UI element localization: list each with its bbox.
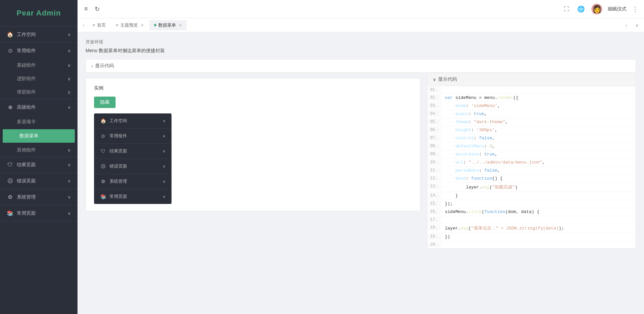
mini-menu-preview: 🏠 工作空间 ∨ ⊙ 常用组件 ∨ 🛡 结果页面 ∨ [94, 113, 172, 204]
sidebar-item-datamenu[interactable]: 数据菜单 [3, 129, 75, 143]
sidebar-item-advanced[interactable]: ⊕ 高级组件 ∧ [0, 99, 78, 115]
chevron-common: ∧ [68, 48, 71, 53]
sidebar-label-result: 结果页面 [17, 162, 36, 168]
topbar-right: ⛶ 🌐 👩 就眠仪式 ⋮ [562, 4, 639, 14]
code-line-6: 06. height: '300px', [427, 126, 636, 134]
sidebar-item-error[interactable]: ☹ 错误页面 ∨ [0, 173, 78, 189]
username-label: 就眠仪式 [608, 6, 626, 12]
mini-label-result: 结果页面 [110, 148, 127, 154]
sidebar-item-multitab[interactable]: 多选项卡 [0, 115, 78, 129]
tab-home[interactable]: 首页 [88, 20, 111, 30]
tab-dot-home [93, 24, 95, 26]
chevron-other: ∨ [67, 147, 71, 153]
code-line-12: 12. done: function() { [427, 175, 636, 183]
code-line-18: 18. layer.msg("菜单点击：" + JSON.stringify(d… [427, 224, 636, 233]
sidebar-label-sysadmin: 系统管理 [17, 194, 36, 200]
code-line-7: 07. control: false, [427, 134, 636, 142]
sidebar-item-advanced-comp[interactable]: 进阶组件 ∨ [0, 72, 78, 85]
mini-icon-sysadmin: ⚙ [100, 179, 106, 184]
chevron-sysadmin: ∨ [68, 195, 71, 200]
mini-chevron-workspace: ∨ [163, 119, 165, 123]
chevron-error: ∨ [68, 179, 71, 183]
mini-menu-workspace[interactable]: 🏠 工作空间 ∨ [94, 113, 172, 129]
label-advanced-comp: 进阶组件 [17, 76, 36, 82]
tab-label-home: 首页 [97, 22, 106, 28]
code-line-10: 10. url: "../../admin/data/menu.json", [427, 159, 636, 167]
common-icon: ⊙ [7, 47, 13, 54]
label-other: 其他组件 [17, 147, 36, 153]
code-line-16: 16. sideMenu.click(function(dom, data) { [427, 208, 636, 216]
code-line-4: 04. async: true, [427, 110, 636, 118]
sidebar-group-common: ⊙ 常用组件 ∧ 基础组件 ∨ 进阶组件 ∨ 弹层组件 ∨ [0, 43, 78, 99]
app-title: Pear Admin [17, 9, 61, 18]
mini-menu-common[interactable]: ⊙ 常用组件 ∨ [94, 129, 172, 144]
code-line-9: 09. accordion: true, [427, 150, 636, 159]
show-code-header[interactable]: › 显示代码 [86, 59, 636, 73]
main-layout: 实例 隐藏 🏠 工作空间 ∨ ⊙ 常用组件 ∨ [86, 73, 636, 249]
label-basic: 基础组件 [17, 62, 36, 68]
chevron-show-code: › [91, 63, 93, 69]
chevron-advanced: ∧ [68, 105, 71, 110]
code-section-header[interactable]: ∨ 显示代码 [427, 73, 636, 86]
sidebar: Pear Admin 🏠 工作空间 ∨ ⊙ 常用组件 ∧ 基础组件 ∨ 进阶组件… [0, 0, 78, 314]
more-menu-icon[interactable]: ⋮ [632, 5, 639, 13]
tab-label-theme: 主题预览 [120, 22, 138, 28]
mini-label-error: 错误页面 [110, 163, 127, 169]
chevron-advanced-comp: ∨ [67, 76, 71, 81]
sidebar-label-common-page: 常用页面 [17, 210, 36, 216]
mini-menu-error[interactable]: ☹ 错误页面 ∨ [94, 159, 172, 174]
label-datamenu: 数据菜单 [20, 133, 38, 139]
mini-icon-common-page: 📚 [100, 194, 106, 199]
tab-theme[interactable]: 主题预览 ✕ [111, 20, 149, 30]
tab-prev-btn[interactable]: ‹ [80, 21, 87, 29]
tabbar-end-btns: › ∨ [623, 21, 641, 29]
mini-icon-result: 🛡 [100, 148, 106, 154]
env-badge: 开发环境 [86, 39, 636, 45]
code-line-11: 11. parseData: false, [427, 167, 636, 175]
tab-expand-btn[interactable]: ∨ [633, 21, 641, 29]
sidebar-group-common-page: 📚 常用页面 ∨ [0, 205, 78, 221]
hide-button[interactable]: 隐藏 [94, 97, 116, 108]
fullscreen-icon[interactable]: ⛶ [562, 5, 571, 13]
sidebar-item-common-page[interactable]: 📚 常用页面 ∨ [0, 205, 78, 221]
code-line-5: 05. theme: "dark-theme", [427, 118, 636, 126]
sidebar-group-error: ☹ 错误页面 ∨ [0, 173, 78, 189]
sidebar-item-workspace[interactable]: 🏠 工作空间 ∨ [0, 27, 78, 42]
tab-label-datamenu: 数据菜单 [158, 22, 176, 28]
code-line-14: 14. } [427, 192, 636, 200]
mini-chevron-common-page: ∨ [163, 195, 165, 199]
sidebar-item-sysadmin[interactable]: ⚙ 系统管理 ∨ [0, 189, 78, 205]
sidebar-item-popup[interactable]: 弹层组件 ∨ [0, 85, 78, 99]
error-icon: ☹ [7, 178, 13, 184]
sidebar-group-workspace: 🏠 工作空间 ∨ [0, 27, 78, 43]
sidebar-item-result[interactable]: 🛡 结果页面 ∨ [0, 157, 78, 173]
chevron-workspace: ∨ [68, 32, 71, 37]
main-area: ≡ ↻ ⛶ 🌐 👩 就眠仪式 ⋮ ‹ 首页 主题预览 ✕ 数据菜单 ✕ [78, 0, 644, 314]
mini-chevron-sysadmin: ∨ [163, 179, 165, 184]
demo-label: 实例 [94, 85, 412, 91]
mini-menu-sysadmin[interactable]: ⚙ 系统管理 ∨ [94, 174, 172, 189]
sidebar-item-other[interactable]: 其他组件 ∨ [0, 143, 78, 157]
sidebar-label-error: 错误页面 [17, 178, 36, 184]
mini-menu-common-page[interactable]: 📚 常用页面 ∨ [94, 189, 172, 204]
code-line-1: 01. [427, 86, 636, 94]
code-line-13: 13. layer.msg("加载完成") [427, 183, 636, 192]
tab-datamenu[interactable]: 数据菜单 ✕ [149, 20, 187, 30]
mini-icon-error: ☹ [100, 164, 106, 169]
advanced-icon: ⊕ [7, 104, 13, 110]
refresh-icon[interactable]: ↻ [93, 4, 101, 14]
content-area: 开发环境 Menu 数据菜单对侧边菜单的便捷封装 › 显示代码 实例 隐藏 🏠 … [78, 32, 644, 314]
page-description: Menu 数据菜单对侧边菜单的便捷封装 [86, 48, 636, 54]
menu-toggle-icon[interactable]: ≡ [83, 4, 89, 14]
sidebar-item-common[interactable]: ⊙ 常用组件 ∧ [0, 43, 78, 59]
mini-chevron-common: ∨ [163, 134, 165, 138]
tab-close-datamenu[interactable]: ✕ [179, 23, 182, 28]
mini-menu-result[interactable]: 🛡 结果页面 ∨ [94, 144, 172, 159]
sidebar-item-basic[interactable]: 基础组件 ∨ [0, 59, 78, 72]
tab-dot-datamenu [154, 24, 156, 26]
sidebar-group-result: 🛡 结果页面 ∨ [0, 157, 78, 173]
tab-close-theme[interactable]: ✕ [141, 23, 144, 28]
tab-next-btn[interactable]: › [623, 21, 630, 29]
user-avatar: 👩 [591, 4, 602, 14]
globe-icon[interactable]: 🌐 [576, 4, 586, 14]
